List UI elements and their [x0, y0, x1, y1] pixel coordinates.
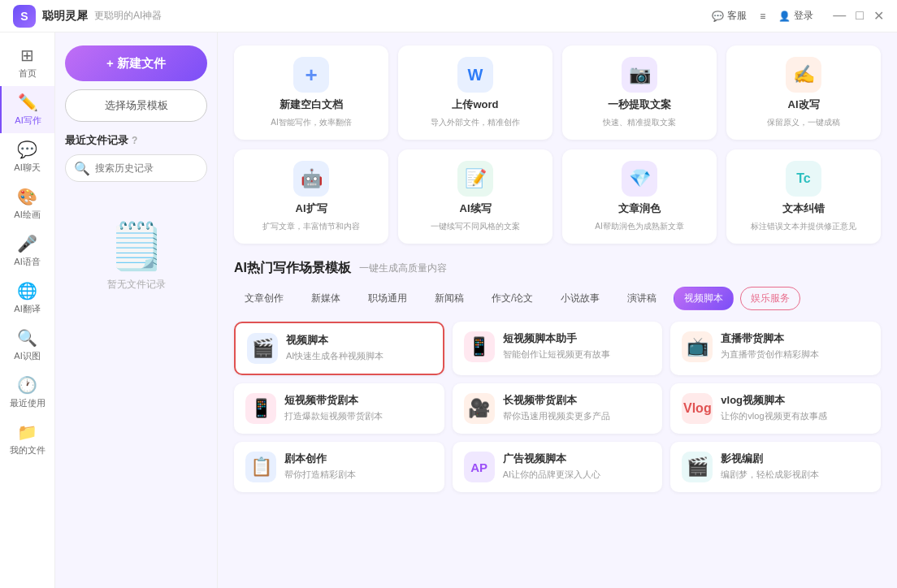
- sidebar-item-home[interactable]: ⊞ 首页: [0, 39, 54, 86]
- close-button[interactable]: ✕: [873, 8, 884, 24]
- template-card-live-script[interactable]: 📺 直播带货脚本 为直播带货创作精彩脚本: [670, 322, 881, 375]
- sidebar-label-ai-chat: AI聊天: [14, 162, 40, 174]
- feature-card-ai-continue[interactable]: 📝 AI续写 一键续写不同风格的文案: [398, 149, 552, 244]
- home-icon: ⊞: [20, 45, 34, 65]
- feature-grid: + 新建空白文档 AI智能写作，效率翻倍 W 上传word 导入外部文件，精准创…: [234, 45, 881, 244]
- sidebar-item-ai-identify[interactable]: 🔍 AI识图: [0, 322, 54, 369]
- template-card-long-goods[interactable]: 🎥 长视频带货剧本 帮你迅速用视频卖更多产品: [453, 383, 663, 434]
- ai-continue-title: AI续写: [460, 201, 492, 216]
- content-area: + 新建空白文档 AI智能写作，效率翻倍 W 上传word 导入外部文件，精准创…: [218, 32, 897, 588]
- extract-copy-desc: 快速、精准提取文案: [603, 117, 676, 128]
- template-card-film-script[interactable]: 🎬 影视编剧 编剧梦，轻松成影视剧本: [670, 442, 881, 492]
- ai-expand-title: AI扩写: [296, 201, 327, 216]
- window-controls: — □ ✕: [833, 8, 884, 24]
- tab-entertainment[interactable]: 娱乐服务: [740, 287, 800, 310]
- template-card-script-create[interactable]: 📋 剧本创作 帮你打造精彩剧本: [234, 442, 444, 492]
- tab-article[interactable]: 文章创作: [234, 287, 294, 310]
- sidebar-label-recent: 最近使用: [10, 397, 46, 409]
- search-input[interactable]: [95, 162, 198, 174]
- ai-rewrite-icon: ✍️: [786, 57, 821, 93]
- sidebar-item-recent[interactable]: 🕐 最近使用: [0, 369, 54, 416]
- search-icon: 🔍: [74, 161, 90, 176]
- video-script-info: 视频脚本 AI快速生成各种视频脚本: [286, 333, 384, 362]
- feature-card-correct[interactable]: Tc 文本纠错 标注错误文本并提供修正意见: [726, 149, 881, 244]
- correct-desc: 标注错误文本并提供修正意见: [751, 221, 856, 232]
- app-subtitle: 更聪明的AI神器: [94, 9, 162, 23]
- correct-icon: Tc: [786, 161, 821, 197]
- vlog-icon: Vlog: [682, 393, 713, 424]
- script-create-icon: 📋: [245, 452, 276, 482]
- help-icon: ?: [132, 135, 137, 146]
- no-files-text: 暂无文件记录: [107, 278, 166, 292]
- polish-desc: AI帮助润色为成熟新文章: [595, 221, 683, 232]
- sidebar-item-ai-write[interactable]: ✏️ AI写作: [0, 86, 54, 133]
- new-blank-desc: AI智能写作，效率翻倍: [271, 117, 351, 128]
- ai-rewrite-desc: 保留原义，一键成稿: [767, 117, 840, 128]
- feature-card-extract-copy[interactable]: 📷 一秒提取文案 快速、精准提取文案: [562, 45, 717, 140]
- ai-chat-icon: 💬: [17, 140, 37, 159]
- sidebar-item-ai-draw[interactable]: 🎨 AI绘画: [0, 180, 54, 227]
- sidebar-item-ai-voice[interactable]: 🎤 AI语音: [0, 227, 54, 275]
- short-video-assistant-icon: 📱: [464, 331, 495, 362]
- feature-card-ai-rewrite[interactable]: ✍️ AI改写 保留原义，一键成稿: [726, 45, 881, 140]
- ai-continue-desc: 一键续写不同风格的文案: [431, 221, 520, 232]
- tab-new-media[interactable]: 新媒体: [301, 287, 351, 310]
- minimize-button[interactable]: —: [833, 8, 846, 24]
- choose-template-button[interactable]: 选择场景模板: [65, 89, 207, 122]
- ai-expand-icon: 🤖: [293, 161, 329, 197]
- film-script-icon: 🎬: [682, 452, 713, 482]
- tab-novel[interactable]: 小说故事: [550, 287, 610, 310]
- recent-files-title: 最近文件记录 ?: [65, 133, 207, 148]
- ad-video-info: 广告视频脚本 AI让你的品牌更深入人心: [503, 452, 600, 481]
- no-files-placeholder: 🗒️ 暂无文件记录: [65, 195, 207, 292]
- new-blank-icon: +: [293, 57, 329, 93]
- tab-workplace[interactable]: 职场通用: [358, 287, 418, 310]
- long-goods-icon: 🎥: [464, 393, 495, 424]
- feature-card-ai-expand[interactable]: 🤖 AI扩写 扩写文章，丰富情节和内容: [234, 149, 388, 244]
- template-card-vlog[interactable]: Vlog vlog视频脚本 让你的vlog视频更有故事感: [670, 383, 881, 434]
- hot-templates-title: AI热门写作场景模板: [234, 260, 351, 277]
- video-script-icon: 🎬: [247, 333, 278, 364]
- long-goods-info: 长视频带货剧本 帮你迅速用视频卖更多产品: [503, 393, 610, 422]
- ai-identify-icon: 🔍: [17, 328, 37, 348]
- sidebar-item-ai-translate[interactable]: 🌐 AI翻译: [0, 275, 54, 322]
- extract-copy-title: 一秒提取文案: [608, 97, 671, 112]
- live-script-info: 直播带货脚本 为直播带货创作精彩脚本: [721, 331, 819, 361]
- template-card-video-script[interactable]: 🎬 视频脚本 AI快速生成各种视频脚本: [234, 322, 444, 375]
- tab-news[interactable]: 新闻稿: [424, 287, 474, 310]
- extract-copy-icon: 📷: [622, 57, 657, 93]
- tab-video-script[interactable]: 视频脚本: [674, 287, 734, 310]
- ai-voice-icon: 🎤: [17, 234, 37, 253]
- feature-card-new-blank[interactable]: + 新建空白文档 AI智能写作，效率翻倍: [234, 45, 388, 140]
- script-create-info: 剧本创作 帮你打造精彩剧本: [284, 452, 356, 481]
- sidebar-item-my-files[interactable]: 📁 我的文件: [0, 416, 54, 463]
- search-box[interactable]: 🔍: [65, 154, 207, 182]
- template-card-short-goods[interactable]: 📱 短视频带货剧本 打造爆款短视频带货剧本: [234, 383, 444, 434]
- correct-title: 文本纠错: [782, 201, 825, 216]
- service-icon: 💬: [712, 11, 724, 22]
- tab-speech[interactable]: 演讲稿: [617, 287, 667, 310]
- template-tabs: 文章创作 新媒体 职场通用 新闻稿 作文/论文 小说故事 演讲稿 视频脚本 娱乐…: [234, 287, 881, 310]
- menu-button[interactable]: ≡: [760, 11, 765, 22]
- live-script-icon: 📺: [682, 331, 713, 362]
- feature-card-upload-word[interactable]: W 上传word 导入外部文件，精准创作: [398, 45, 552, 140]
- service-button[interactable]: 💬 客服: [712, 9, 747, 23]
- sidebar-label-my-files: 我的文件: [10, 444, 46, 456]
- feature-card-polish[interactable]: 💎 文章润色 AI帮助润色为成熟新文章: [562, 149, 717, 244]
- template-card-short-video-assistant[interactable]: 📱 短视频脚本助手 智能创作让短视频更有故事: [453, 322, 663, 375]
- ai-continue-icon: 📝: [457, 161, 493, 197]
- maximize-button[interactable]: □: [856, 8, 864, 24]
- ad-video-icon: AP: [464, 452, 495, 482]
- tab-essay[interactable]: 作文/论文: [481, 287, 544, 310]
- login-button[interactable]: 👤 登录: [778, 9, 813, 23]
- template-card-ad-video[interactable]: AP 广告视频脚本 AI让你的品牌更深入人心: [453, 442, 663, 492]
- short-goods-info: 短视频带货剧本 打造爆款短视频带货剧本: [284, 393, 383, 422]
- new-file-button[interactable]: + 新建文件: [65, 45, 207, 81]
- ai-translate-icon: 🌐: [17, 281, 37, 300]
- hot-templates-header: AI热门写作场景模板 一键生成高质量内容: [234, 260, 881, 277]
- sidebar-item-ai-chat[interactable]: 💬 AI聊天: [0, 133, 54, 180]
- left-panel: + 新建文件 选择场景模板 最近文件记录 ? 🔍 🗒️ 暂无文件记录: [55, 32, 218, 588]
- sidebar-label-ai-voice: AI语音: [14, 256, 40, 268]
- short-video-assistant-info: 短视频脚本助手 智能创作让短视频更有故事: [503, 331, 610, 361]
- ai-draw-icon: 🎨: [17, 187, 37, 206]
